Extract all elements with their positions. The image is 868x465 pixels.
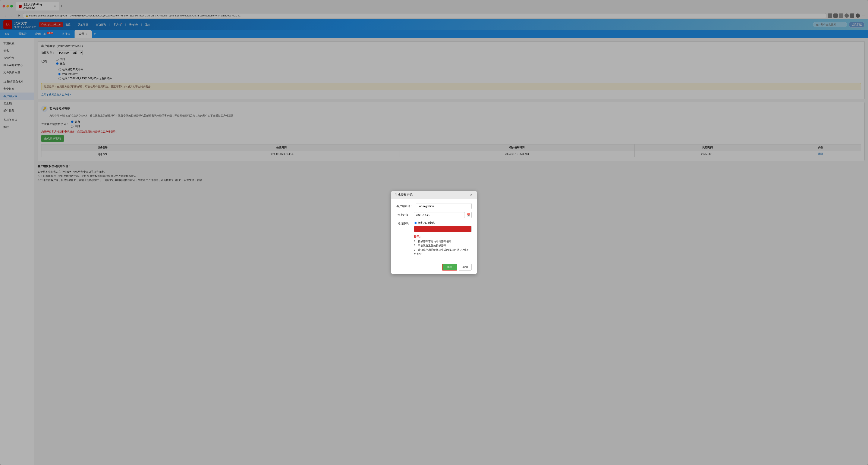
modal-client-name-row: 客户端名称： xyxy=(396,203,472,209)
browser-window: 北京大学(Peking University) × + ‹ › ↻ 🔒 mail… xyxy=(0,0,868,465)
modal-expire-label: 到期时间： xyxy=(396,213,411,217)
modal-password-field: 随机授权密码 xyxy=(414,221,472,232)
content-area: 客户端登录（POP3/SMTP/IMAP） 协议类型： POP/SMTP协议 状… xyxy=(34,38,868,465)
modal-auth-code-label: 授权密码： xyxy=(396,222,411,226)
modal-expire-row: 到期时间： 📅 xyxy=(396,212,472,218)
modal-tips-title: 提示： xyxy=(414,235,472,239)
modal-body: 客户端名称： 到期时间： 📅 xyxy=(391,199,477,264)
modal-radio-random-label: 随机授权密码 xyxy=(418,221,435,225)
modal-date-field[interactable] xyxy=(414,212,465,218)
modal-auth-code-row: 授权密码： 随机授权密码 xyxy=(396,221,472,232)
modal-tips: 提示： 1、授权密码不能与邮箱密码相同 2、不能设置重复的授权密码 3、建议您使… xyxy=(414,235,472,256)
modal-tip-2: 2、不能设置重复的授权密码 xyxy=(414,243,472,248)
modal-close-button[interactable]: × xyxy=(469,193,473,197)
modal-overlay: 生成授权密码 × 客户端名称： 到期时间： xyxy=(34,38,868,465)
modal-footer: 确定 取消 xyxy=(391,264,477,274)
date-picker-button[interactable]: 📅 xyxy=(466,212,472,218)
modal-cancel-button[interactable]: 取消 xyxy=(459,264,472,270)
modal-radio-random-input[interactable] xyxy=(414,222,417,224)
modal-client-name-input[interactable] xyxy=(415,203,472,209)
modal-date-input: 📅 xyxy=(414,212,472,218)
generate-auth-modal: 生成授权密码 × 客户端名称： 到期时间： xyxy=(391,191,477,274)
main-layout: 常规设置 签名 来信分类 账号与邮箱中心 文件夹和标签 垃圾邮/黑白名单 安全提… xyxy=(0,38,868,465)
modal-password-input[interactable] xyxy=(414,226,472,232)
modal-tip-3: 3、建议您使用系统随机生成的授权密码，让账户更安全 xyxy=(414,248,472,256)
modal-header: 生成授权密码 × xyxy=(391,191,477,199)
modal-radio-random: 随机授权密码 xyxy=(414,221,472,225)
modal-confirm-button[interactable]: 确定 xyxy=(442,264,457,270)
modal-client-name-label: 客户端名称： xyxy=(396,204,413,208)
modal-tip-1: 1、授权密码不能与邮箱密码相同 xyxy=(414,239,472,243)
modal-title: 生成授权密码 xyxy=(395,193,413,197)
